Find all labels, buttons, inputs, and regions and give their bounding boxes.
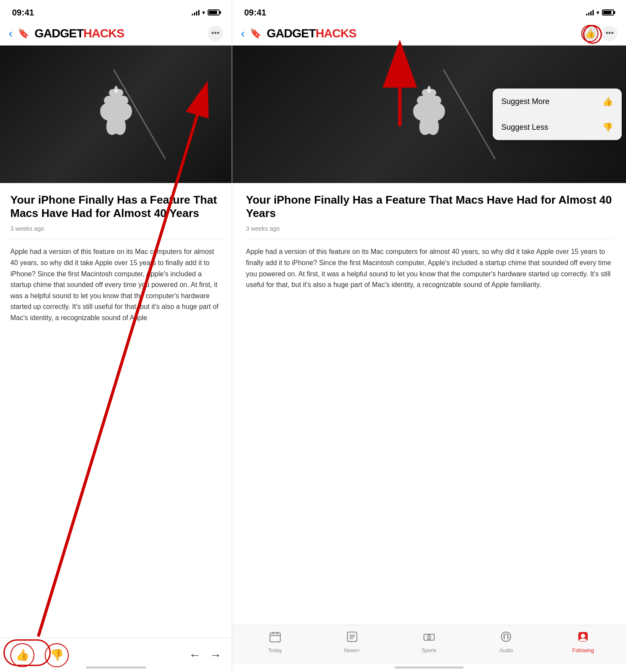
suggest-less-label: Suggest Less (501, 123, 548, 132)
tab-audio[interactable]: Audio (468, 631, 545, 654)
right-article-title: Your iPhone Finally Has a Feature That M… (246, 193, 612, 220)
right-apple-logo (405, 86, 453, 143)
left-status-icons: ▾ (192, 9, 220, 16)
svg-rect-2 (270, 633, 280, 642)
signal-bars-icon (192, 9, 199, 15)
dropdown-menu[interactable]: Suggest More 👍 Suggest Less 👎 (493, 89, 622, 140)
nav-arrows: ← → (79, 648, 221, 662)
back-arrow-button[interactable]: ← (189, 648, 201, 662)
svg-point-16 (581, 634, 585, 638)
home-indicator (86, 666, 146, 669)
audio-icon (500, 631, 512, 646)
right-article-content: Your iPhone Finally Has a Feature That M… (232, 183, 626, 625)
right-status-time: 09:41 (244, 8, 266, 18)
more-icon: ••• (212, 29, 220, 38)
home-indicator-container (232, 663, 626, 672)
right-battery-icon (602, 9, 614, 15)
left-nav-bar: ‹ 🔖 GADGETHACKS ••• (0, 21, 232, 46)
suggest-more-icon: 👍 (602, 96, 613, 107)
suggest-more-label: Suggest More (501, 97, 549, 106)
article-body: Apple had a version of this feature on i… (10, 246, 221, 323)
sports-icon (423, 631, 435, 646)
suggest-less-icon: 👎 (602, 122, 613, 132)
right-article-body: Apple had a version of this feature on i… (246, 246, 612, 290)
newsplus-icon (346, 631, 358, 646)
right-status-bar: 09:41 ▾ (232, 0, 626, 21)
back-button[interactable]: ‹ (9, 27, 12, 40)
nav-logo: GADGETHACKS (34, 27, 208, 40)
right-logo-hacks: HACKS (316, 27, 356, 40)
today-icon (269, 631, 281, 646)
svg-point-13 (501, 632, 511, 641)
svg-rect-3 (273, 632, 274, 634)
thumbs-down-icon: 👎 (50, 648, 64, 662)
tab-audio-label: Audio (500, 648, 513, 654)
following-icon (577, 631, 589, 646)
article-date: 3 weeks ago (10, 225, 221, 232)
suggest-more-item[interactable]: Suggest More 👍 (493, 89, 622, 114)
logo-gadget: GADGET (34, 27, 83, 40)
right-logo-gadget: GADGET (267, 27, 316, 40)
tab-newsplus[interactable]: News+ (313, 631, 390, 654)
right-article-divider (246, 239, 612, 239)
right-status-icons: ▾ (586, 9, 614, 16)
tab-newsplus-label: News+ (344, 648, 360, 654)
more-button[interactable]: ••• (208, 26, 223, 41)
left-phone: 09:41 ▾ ‹ 🔖 GADGETHACKS ••• (0, 0, 232, 672)
tab-sports-label: Sports (422, 648, 437, 654)
logo-hacks: HACKS (83, 27, 124, 40)
thumbs-down-button[interactable]: 👎 (45, 643, 69, 667)
right-nav-bar: ‹ 🔖 GADGETHACKS 👍 ••• (232, 21, 626, 46)
right-bookmark-icon[interactable]: 🔖 (250, 28, 261, 39)
right-signal-bars-icon (586, 9, 594, 15)
right-article-date: 3 weeks ago (246, 225, 612, 232)
tab-today[interactable]: Today (236, 631, 313, 654)
suggest-less-item[interactable]: Suggest Less 👎 (493, 114, 622, 140)
article-title: Your iPhone Finally Has a Feature That M… (10, 193, 221, 220)
forward-arrow-button[interactable]: → (209, 648, 221, 662)
right-back-button[interactable]: ‹ (241, 27, 245, 40)
thumbs-up-button[interactable]: 👍 (10, 643, 34, 667)
right-wifi-icon: ▾ (596, 9, 599, 16)
right-more-icon: ••• (606, 29, 614, 38)
tab-sports[interactable]: Sports (390, 631, 467, 654)
right-phone: 09:41 ▾ ‹ 🔖 GADGETHACKS 👍 ••• (232, 0, 626, 672)
apple-logo (92, 86, 140, 143)
tab-following-label: Following (572, 648, 594, 654)
left-status-time: 09:41 (12, 8, 34, 18)
tab-today-label: Today (268, 648, 282, 654)
thumb-suggest-icon: 👍 (585, 28, 595, 39)
tab-bar: Today News+ Sports (232, 625, 626, 663)
left-status-bar: 09:41 ▾ (0, 0, 232, 21)
thumbs-up-icon: 👍 (15, 648, 29, 662)
battery-icon (208, 9, 220, 15)
svg-rect-4 (276, 632, 278, 634)
thumb-suggest-button[interactable]: 👍 (581, 25, 598, 42)
tab-following[interactable]: Following (545, 631, 622, 654)
bookmark-icon[interactable]: 🔖 (18, 28, 29, 39)
wifi-icon: ▾ (202, 9, 205, 16)
home-indicator (395, 666, 463, 669)
right-more-button[interactable]: ••• (602, 26, 617, 41)
article-image (0, 46, 232, 183)
right-nav-logo: GADGETHACKS (267, 27, 581, 40)
article-divider (10, 239, 221, 239)
left-bottom-bar: 👍 👎 ← → (0, 638, 232, 672)
article-content: Your iPhone Finally Has a Feature That M… (0, 183, 232, 638)
